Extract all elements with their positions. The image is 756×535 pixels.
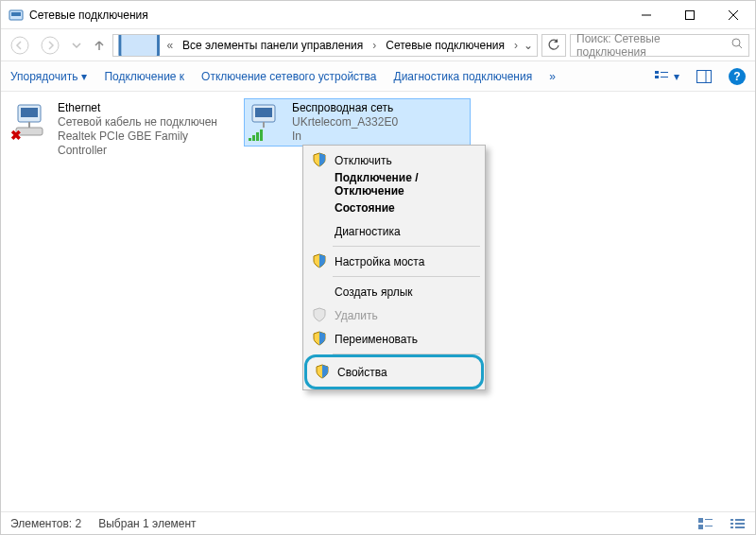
nav-back-button[interactable] <box>7 34 33 57</box>
preview-pane-button[interactable] <box>696 70 712 83</box>
menu-rename[interactable]: Переименовать <box>306 327 482 351</box>
svg-rect-22 <box>255 108 272 117</box>
help-button[interactable]: ? <box>729 68 746 85</box>
shield-icon <box>312 253 327 268</box>
svg-rect-31 <box>735 523 745 525</box>
minimize-button[interactable] <box>625 1 668 28</box>
app-icon <box>9 8 24 23</box>
view-details-button[interactable] <box>730 518 746 529</box>
menu-separator <box>333 246 480 247</box>
chevron-right-icon: › <box>512 39 520 52</box>
svg-rect-24 <box>698 518 703 523</box>
overflow-chevron[interactable]: » <box>549 70 556 83</box>
menu-status[interactable]: Состояние <box>306 196 482 219</box>
item-device: In <box>292 129 398 144</box>
svg-rect-15 <box>697 70 712 82</box>
command-bar: Упорядочить ▾ Подключение к Отключение с… <box>1 61 755 92</box>
connection-ethernet[interactable]: ✖ Ethernet Сетевой кабель не подключен R… <box>10 99 235 160</box>
menu-create-shortcut[interactable]: Создать ярлык <box>306 280 482 303</box>
chevron-right-icon: › <box>370 39 378 52</box>
nav-recent-button[interactable] <box>67 34 86 57</box>
svg-point-7 <box>42 37 59 54</box>
svg-rect-18 <box>21 108 38 117</box>
address-dropdown[interactable]: ⌄ <box>524 39 533 52</box>
status-bar: Элементов: 2 Выбран 1 элемент <box>1 511 755 534</box>
menu-disable[interactable]: Отключить <box>306 148 482 172</box>
item-device: Realtek PCIe GBE Family Controller <box>58 129 233 158</box>
close-button[interactable] <box>712 1 755 28</box>
organize-menu[interactable]: Упорядочить ▾ <box>10 70 87 83</box>
diagnose-button[interactable]: Диагностика подключения <box>394 70 533 83</box>
connect-to-button[interactable]: Подключение к <box>104 70 184 83</box>
svg-line-10 <box>739 45 742 48</box>
svg-rect-27 <box>705 526 713 526</box>
refresh-button[interactable] <box>541 34 566 57</box>
disable-device-button[interactable]: Отключение сетевого устройства <box>201 70 376 83</box>
window-title: Сетевые подключения <box>29 9 148 22</box>
item-name: Беспроводная сеть <box>292 101 398 115</box>
search-icon <box>731 38 743 52</box>
disconnected-icon: ✖ <box>10 128 22 143</box>
address-bar[interactable]: « Все элементы панели управления › Сетев… <box>112 34 538 57</box>
shield-icon <box>315 364 330 379</box>
search-placeholder: Поиск: Сетевые подключения <box>576 32 731 59</box>
svg-rect-30 <box>730 523 733 525</box>
context-menu: Отключить Подключение / Отключение Состо… <box>302 145 486 390</box>
svg-rect-11 <box>655 71 659 74</box>
menu-delete: Удалить <box>306 303 482 327</box>
svg-rect-3 <box>686 10 695 19</box>
shield-icon <box>312 331 327 346</box>
view-options-button[interactable]: ▾ <box>655 70 679 83</box>
svg-rect-28 <box>730 519 733 521</box>
ethernet-icon: ✖ <box>12 101 52 141</box>
item-status: UKrtelecom_A332E0 <box>292 115 398 129</box>
search-input[interactable]: Поиск: Сетевые подключения <box>570 34 749 57</box>
svg-point-6 <box>11 37 28 54</box>
svg-rect-25 <box>705 519 713 520</box>
svg-rect-26 <box>698 525 703 529</box>
svg-rect-14 <box>661 77 668 78</box>
view-large-icons-button[interactable] <box>698 518 713 529</box>
breadcrumb-item[interactable]: Все элементы панели управления <box>179 39 367 52</box>
svg-rect-29 <box>735 519 745 521</box>
content-area: ✖ Ethernet Сетевой кабель не подключен R… <box>1 92 755 504</box>
menu-separator <box>333 276 480 277</box>
chevron-left-icon: « <box>164 39 175 52</box>
nav-forward-button[interactable] <box>37 34 63 57</box>
item-status: Сетевой кабель не подключен <box>58 115 233 129</box>
svg-rect-12 <box>655 76 659 78</box>
svg-rect-33 <box>735 526 745 528</box>
svg-rect-1 <box>11 12 21 16</box>
chevron-down-icon: ▾ <box>81 70 87 83</box>
menu-properties[interactable]: Свойства <box>309 360 479 384</box>
connection-wireless[interactable]: Беспроводная сеть UKrtelecom_A332E0 In <box>245 99 470 146</box>
location-icon <box>117 34 161 57</box>
status-selected: Выбран 1 элемент <box>98 517 196 530</box>
svg-rect-32 <box>730 526 733 528</box>
chevron-down-icon: ▾ <box>674 70 679 83</box>
window-controls <box>625 1 755 28</box>
signal-bars-icon <box>249 129 264 141</box>
menu-bridge[interactable]: Настройка моста <box>306 250 482 273</box>
maximize-button[interactable] <box>668 1 712 28</box>
breadcrumb-item[interactable]: Сетевые подключения <box>382 39 508 52</box>
menu-connect[interactable]: Подключение / Отключение <box>306 172 482 196</box>
nav-up-button[interactable] <box>90 34 109 57</box>
shield-icon <box>312 152 327 167</box>
shield-icon <box>312 307 327 322</box>
item-name: Ethernet <box>58 101 233 115</box>
svg-point-9 <box>732 39 740 46</box>
highlight-ring: Свойства <box>304 354 484 389</box>
address-row: « Все элементы панели управления › Сетев… <box>1 29 755 61</box>
title-bar: Сетевые подключения <box>1 1 755 29</box>
wireless-icon <box>247 101 286 141</box>
svg-rect-8 <box>120 34 159 57</box>
status-count: Элементов: 2 <box>10 517 81 530</box>
svg-rect-13 <box>661 72 668 73</box>
menu-diagnose[interactable]: Диагностика <box>306 219 482 243</box>
